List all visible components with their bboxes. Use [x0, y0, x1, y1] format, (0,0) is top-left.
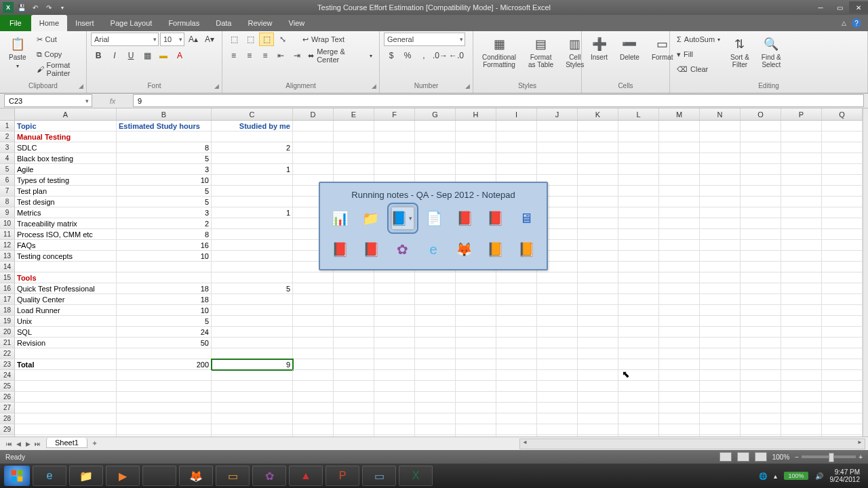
- row-header[interactable]: 2: [0, 131, 15, 142]
- cell[interactable]: [741, 218, 781, 229]
- row-header[interactable]: 1: [0, 121, 15, 131]
- border-icon[interactable]: ▦: [140, 49, 155, 62]
- help-icon[interactable]: ?: [852, 18, 861, 28]
- col-header[interactable]: H: [456, 108, 496, 120]
- cell[interactable]: [781, 359, 822, 370]
- cell[interactable]: [212, 240, 293, 251]
- alttab-ie-icon[interactable]: e: [422, 238, 444, 261]
- cell[interactable]: Topic: [15, 121, 117, 131]
- cell[interactable]: [15, 424, 117, 435]
- cell[interactable]: [618, 283, 659, 294]
- grow-font-icon[interactable]: A▴: [186, 33, 201, 46]
- cell[interactable]: [741, 305, 781, 316]
- col-header[interactable]: P: [781, 108, 822, 120]
- row-header[interactable]: 18: [0, 305, 15, 316]
- format-as-table-button[interactable]: ▤Format as Table: [524, 33, 558, 72]
- cell[interactable]: [822, 142, 863, 153]
- cell[interactable]: [374, 413, 415, 424]
- cell[interactable]: [659, 186, 700, 197]
- row-header[interactable]: 20: [0, 327, 15, 338]
- cell[interactable]: [822, 283, 863, 294]
- cell[interactable]: [741, 381, 781, 392]
- cell[interactable]: [578, 197, 618, 207]
- cell[interactable]: [212, 175, 293, 186]
- undo-icon[interactable]: ↶: [30, 2, 41, 13]
- cell[interactable]: 3: [117, 207, 212, 218]
- tray-sound-icon[interactable]: 🔊: [815, 472, 823, 480]
- cell[interactable]: [822, 131, 863, 142]
- cell[interactable]: [822, 229, 863, 240]
- tab-view[interactable]: View: [281, 15, 313, 31]
- cell[interactable]: [415, 294, 456, 305]
- cell[interactable]: Test design: [15, 197, 117, 207]
- cell[interactable]: [293, 121, 334, 131]
- cell[interactable]: [741, 229, 781, 240]
- cell[interactable]: [212, 294, 293, 305]
- cell[interactable]: [537, 316, 578, 327]
- cell[interactable]: SDLC: [15, 142, 117, 153]
- cell[interactable]: [117, 348, 212, 359]
- cell[interactable]: [537, 131, 578, 142]
- cell[interactable]: [781, 272, 822, 283]
- cell[interactable]: [781, 207, 822, 218]
- cell[interactable]: [212, 305, 293, 316]
- col-header[interactable]: O: [741, 108, 781, 120]
- cell[interactable]: [415, 316, 456, 327]
- cell[interactable]: [374, 142, 415, 153]
- row-header[interactable]: 8: [0, 197, 15, 207]
- cell[interactable]: [212, 381, 293, 392]
- cell[interactable]: [578, 348, 618, 359]
- cell[interactable]: 2: [212, 142, 293, 153]
- row-header[interactable]: 23: [0, 359, 15, 370]
- cell[interactable]: [822, 305, 863, 316]
- cell[interactable]: [578, 359, 618, 370]
- cell[interactable]: [822, 359, 863, 370]
- alttab-pdf3-icon[interactable]: 📕: [330, 238, 351, 261]
- row-header[interactable]: 27: [0, 403, 15, 413]
- cell[interactable]: [293, 294, 334, 305]
- cell[interactable]: [456, 424, 496, 435]
- cell[interactable]: [741, 392, 781, 403]
- row-header[interactable]: 15: [0, 272, 15, 283]
- cell[interactable]: [659, 142, 700, 153]
- cell[interactable]: [212, 338, 293, 348]
- cell[interactable]: Load Runner: [15, 305, 117, 316]
- cell[interactable]: [212, 251, 293, 262]
- cell[interactable]: [496, 370, 537, 381]
- cell[interactable]: [618, 294, 659, 305]
- cell[interactable]: [578, 424, 618, 435]
- cell[interactable]: [659, 218, 700, 229]
- taskbar-gotomeeting-icon[interactable]: ✿: [252, 466, 286, 486]
- cell[interactable]: [781, 229, 822, 240]
- cell[interactable]: [212, 424, 293, 435]
- cell[interactable]: [578, 413, 618, 424]
- sheet-nav-prev-icon[interactable]: ◀: [14, 441, 23, 447]
- alttab-pdf4-icon[interactable]: 📕: [361, 238, 382, 261]
- cell[interactable]: [578, 272, 618, 283]
- cell[interactable]: Estimated Study hours: [117, 121, 212, 131]
- cell[interactable]: [212, 327, 293, 338]
- cell[interactable]: [293, 272, 334, 283]
- cell[interactable]: [334, 283, 374, 294]
- cell[interactable]: [212, 392, 293, 403]
- cell[interactable]: [781, 283, 822, 294]
- cell[interactable]: [700, 294, 741, 305]
- horizontal-scrollbar[interactable]: [519, 439, 865, 449]
- comma-icon[interactable]: ,: [416, 49, 431, 62]
- cell[interactable]: [781, 413, 822, 424]
- cell[interactable]: [537, 381, 578, 392]
- cell[interactable]: [578, 207, 618, 218]
- cell[interactable]: [15, 392, 117, 403]
- cell[interactable]: [578, 240, 618, 251]
- cell[interactable]: [456, 413, 496, 424]
- cell[interactable]: [578, 305, 618, 316]
- currency-icon[interactable]: $: [384, 49, 399, 62]
- cell[interactable]: [822, 403, 863, 413]
- cell[interactable]: [15, 403, 117, 413]
- cell[interactable]: [822, 262, 863, 272]
- cell[interactable]: [117, 381, 212, 392]
- cell[interactable]: [659, 348, 700, 359]
- cell[interactable]: [456, 327, 496, 338]
- cell[interactable]: [374, 370, 415, 381]
- cell[interactable]: [578, 262, 618, 272]
